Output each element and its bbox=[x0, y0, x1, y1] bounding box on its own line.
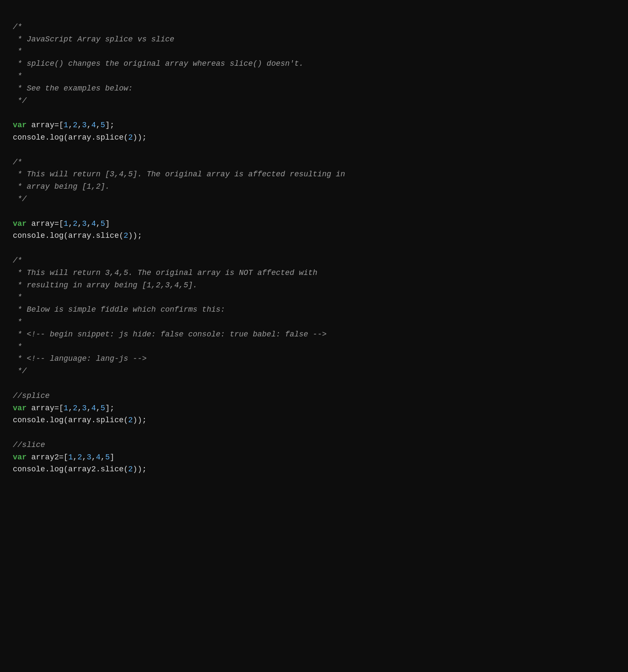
line-13: * This will return [3,4,5]. The original… bbox=[13, 170, 345, 178]
code-editor: /* * JavaScript Array splice vs slice * … bbox=[13, 9, 615, 476]
line-2: * JavaScript Array splice vs slice bbox=[13, 35, 174, 44]
line-37: console.log(array2.slice(2)); bbox=[13, 465, 147, 473]
line-27: * bbox=[13, 342, 22, 351]
line-4: * splice() changes the original array wh… bbox=[13, 59, 304, 68]
line-36: var array2=[1,2,3,4,5] bbox=[13, 453, 114, 462]
line-7: */ bbox=[13, 96, 26, 105]
line-17: var array=[1,2,3,4,5] bbox=[13, 219, 110, 228]
line-25: * bbox=[13, 318, 22, 326]
line-22: * resulting in array being [1,2,3,4,5]. bbox=[13, 281, 197, 289]
line-5: * bbox=[13, 72, 22, 80]
line-10: console.log(array.splice(2)); bbox=[13, 133, 147, 142]
line-1: /* bbox=[13, 23, 22, 31]
line-21: * This will return 3,4,5. The original a… bbox=[13, 269, 317, 277]
line-29: */ bbox=[13, 367, 26, 375]
line-24: * Below is simple fiddle which confirms … bbox=[13, 305, 225, 314]
line-15: */ bbox=[13, 195, 26, 203]
line-35: //slice bbox=[13, 441, 45, 449]
line-18: console.log(array.slice(2)); bbox=[13, 231, 142, 240]
line-3: * bbox=[13, 47, 22, 56]
line-26: * <!-- begin snippet: js hide: false con… bbox=[13, 330, 327, 339]
line-23: * bbox=[13, 293, 22, 301]
line-12: /* bbox=[13, 158, 22, 167]
line-9: var array=[1,2,3,4,5]; bbox=[13, 121, 114, 129]
line-28: * <!-- language: lang-js --> bbox=[13, 354, 147, 363]
line-33: console.log(array.splice(2)); bbox=[13, 416, 147, 424]
line-20: /* bbox=[13, 256, 22, 265]
line-32: var array=[1,2,3,4,5]; bbox=[13, 404, 114, 412]
line-31: //splice bbox=[13, 392, 50, 400]
line-6: * See the examples below: bbox=[13, 84, 133, 93]
line-14: * array being [1,2]. bbox=[13, 182, 110, 191]
